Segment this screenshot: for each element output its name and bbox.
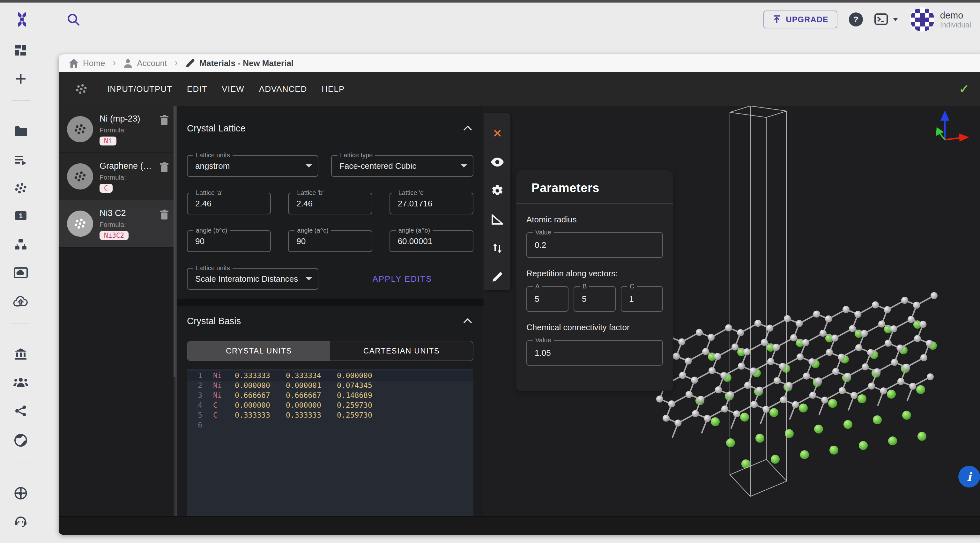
formula-label: Formula:	[100, 126, 159, 134]
editor-column: Crystal Lattice Lattice units angstrom L…	[175, 106, 484, 516]
dashboard-icon[interactable]	[15, 44, 27, 56]
material-name: Ni (mp-23)	[100, 114, 159, 124]
people-icon[interactable]	[13, 377, 29, 387]
tab-cartesian-units[interactable]: CARTESIAN UNITS	[330, 341, 473, 360]
lattice-units-select[interactable]: Lattice units angstrom	[187, 155, 318, 177]
wheel-icon[interactable]	[14, 487, 27, 500]
material-avatar	[67, 163, 93, 189]
material-item-ni[interactable]: Ni (mp-23) Formula: Ni	[59, 106, 175, 153]
formula-chip: Ni	[100, 137, 116, 145]
close-icon[interactable]: ✕	[493, 127, 502, 139]
console-menu-button[interactable]	[874, 13, 899, 26]
select-caret-icon	[305, 277, 312, 280]
one-badge-icon[interactable]: 1	[14, 210, 27, 221]
workflow-tree-icon[interactable]	[14, 239, 27, 250]
formula-chip: C	[100, 184, 113, 193]
crystal-basis-section: Crystal Basis CRYSTAL UNITS CARTESIAN UN…	[177, 313, 484, 516]
breadcrumb-account[interactable]: Account	[124, 58, 167, 68]
tab-crystal-units[interactable]: CRYSTAL UNITS	[188, 341, 330, 360]
formula-label: Formula:	[100, 221, 159, 228]
plus-icon[interactable]	[15, 73, 27, 85]
sidebar-divider	[11, 323, 30, 324]
material-item-ni3c2[interactable]: Ni3 C2 Formula: Ni3C2	[59, 201, 175, 248]
scale-units-select[interactable]: Lattice units Scale Interatomic Distance…	[187, 268, 318, 290]
material-name: Graphene (…	[100, 161, 159, 171]
menu-input-output[interactable]: INPUT/OUTPUT	[107, 84, 172, 94]
parameters-title: Parameters	[527, 181, 663, 195]
select-caret-icon	[461, 164, 467, 167]
terminal-icon	[874, 13, 890, 26]
delete-material-icon[interactable]	[159, 209, 169, 220]
breadcrumb: Home › Account › Materials - New Materia…	[59, 54, 980, 72]
sidebar-divider	[11, 100, 30, 101]
help-icon[interactable]: ?	[849, 13, 863, 27]
window-footer	[59, 516, 980, 535]
sidebar-divider	[11, 463, 30, 463]
delete-material-icon[interactable]	[159, 162, 169, 173]
user-plan: Individual	[940, 21, 971, 29]
angle-bc-input[interactable]: angle (b^c) 90	[187, 230, 271, 252]
chevron-down-icon	[892, 17, 899, 22]
materials-molecule-icon[interactable]	[14, 183, 28, 194]
viewer-toolbar: ✕	[484, 113, 511, 290]
basis-code-editor[interactable]: 1Ni0.3333330.3333340.000000 2Ni0.0000000…	[187, 369, 473, 516]
atomic-radius-input[interactable]: Value 0.2	[527, 232, 663, 258]
swap-axes-icon[interactable]	[492, 242, 503, 254]
material-item-graphene[interactable]: Graphene (… Formula: C	[59, 153, 175, 201]
collapse-chevron-icon[interactable]	[462, 124, 473, 132]
repetition-b-input[interactable]: B 5	[574, 286, 616, 312]
structure-viewer[interactable]: ✕ Parameters At	[484, 106, 980, 516]
person-icon	[124, 59, 132, 68]
delete-material-icon[interactable]	[159, 115, 169, 126]
search-icon[interactable]	[66, 13, 80, 27]
angle-ab-input[interactable]: angle (a^b) 60.00001	[390, 230, 473, 252]
jobs-playlist-icon[interactable]	[14, 154, 27, 165]
headset-icon[interactable]	[14, 516, 27, 527]
basis-units-tabs: CRYSTAL UNITS CARTESIAN UNITS	[187, 341, 473, 361]
basis-row: 3Ni0.6666670.6666670.148689	[187, 390, 473, 400]
section-title: Crystal Basis	[187, 316, 241, 326]
repetition-a-input[interactable]: A 5	[527, 286, 568, 312]
lattice-a-input[interactable]: Lattice 'a' 2.46	[187, 193, 271, 214]
image-cloud-icon[interactable]	[14, 268, 28, 278]
lattice-c-input[interactable]: Lattice 'c' 27.01716	[390, 193, 473, 214]
folder-icon[interactable]	[14, 126, 27, 137]
apply-edits-button[interactable]: APPLY EDITS	[369, 274, 436, 285]
repetition-c-input[interactable]: C 1	[621, 286, 663, 312]
lattice-b-input[interactable]: Lattice 'b' 2.46	[288, 193, 372, 214]
upgrade-label: UPGRADE	[786, 15, 828, 24]
info-button[interactable]: i	[958, 466, 980, 487]
angle-ac-input[interactable]: angle (a^c) 90	[288, 230, 372, 252]
pencil-icon[interactable]	[492, 271, 503, 283]
menu-edit[interactable]: EDIT	[187, 84, 207, 94]
share-icon[interactable]	[15, 405, 27, 417]
connectivity-input[interactable]: Value 1.05	[527, 340, 663, 366]
menu-advanced[interactable]: ADVANCED	[259, 84, 307, 94]
upgrade-button[interactable]: UPGRADE	[764, 11, 837, 29]
gear-icon[interactable]	[492, 185, 503, 196]
menu-help[interactable]: HELP	[321, 84, 345, 94]
atomic-radius-label: Atomic radius	[527, 215, 663, 225]
cloud-upload-icon[interactable]	[13, 296, 28, 307]
menu-view[interactable]: VIEW	[222, 84, 244, 94]
connectivity-label: Chemical connectivity factor	[527, 323, 663, 333]
lattice-type-select[interactable]: Lattice type Face-centered Cubic	[331, 155, 473, 177]
avatar	[910, 7, 934, 32]
crystal-lattice-section: Crystal Lattice Lattice units angstrom L…	[177, 121, 484, 290]
basis-row: 2Ni0.0000000.0000010.074345	[187, 381, 473, 390]
user-menu[interactable]: demo Individual	[910, 7, 971, 32]
window-top-strip	[0, 0, 980, 3]
globe-icon[interactable]	[14, 434, 27, 447]
basis-row: 5C0.3333330.3333330.259730	[187, 410, 473, 420]
formula-chip: Ni3C2	[100, 231, 129, 240]
collapse-chevron-icon[interactable]	[462, 317, 473, 325]
app-logo-icon[interactable]	[13, 11, 30, 28]
parameters-panel: Parameters Atomic radius Value 0.2 Repet…	[516, 170, 673, 391]
bank-icon[interactable]	[14, 349, 27, 360]
molecule-icon	[74, 83, 89, 95]
breadcrumb-home[interactable]: Home	[69, 58, 105, 68]
save-check-icon[interactable]: ✓	[959, 82, 969, 96]
materials-list: Ni (mp-23) Formula: Ni Graphene (… Formu…	[59, 106, 175, 516]
eye-icon[interactable]	[491, 156, 504, 168]
measure-ruler-icon[interactable]	[492, 214, 503, 225]
